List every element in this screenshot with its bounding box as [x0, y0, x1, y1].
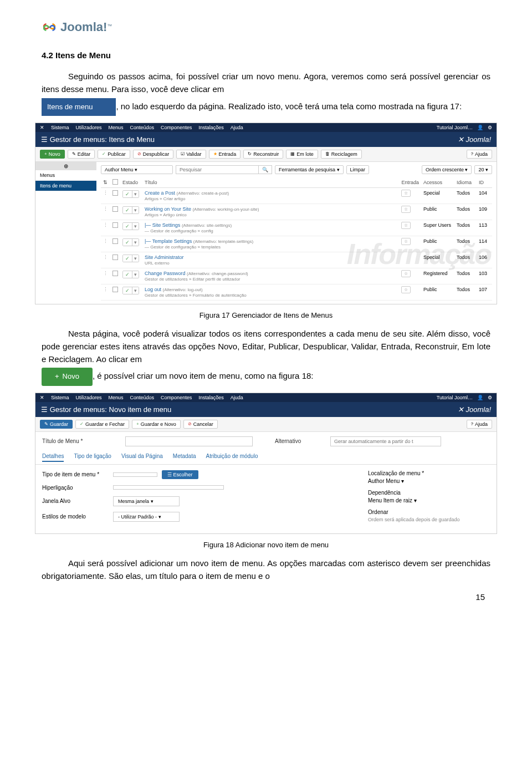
- item-title-link[interactable]: Working on Your Site: [145, 206, 191, 212]
- item-title-link[interactable]: Change Password: [145, 271, 186, 276]
- menu-filter-select[interactable]: Author Menu ▾: [101, 165, 173, 174]
- sidebar-item-menus[interactable]: Menus: [35, 170, 96, 181]
- item-title-link[interactable]: |— Template Settings: [145, 238, 192, 244]
- estilo-select[interactable]: - Utilizar Padrão - ▾: [113, 512, 180, 522]
- tab-tipo-ligacao[interactable]: Tipo de ligação: [74, 453, 111, 462]
- titulo-input[interactable]: [125, 436, 253, 446]
- tools-button[interactable]: Ferramentas de pesquisa ▾: [275, 165, 344, 174]
- state-button[interactable]: ✓▾: [122, 238, 139, 246]
- drag-handle[interactable]: ⋮: [101, 252, 110, 268]
- state-button[interactable]: ✓▾: [122, 190, 139, 198]
- row-checkbox[interactable]: [112, 271, 118, 276]
- checkall[interactable]: [112, 179, 118, 185]
- tab-metadata[interactable]: Metadata: [173, 453, 196, 462]
- star-button[interactable]: ☆: [401, 206, 411, 213]
- star-button[interactable]: ☆: [401, 190, 411, 197]
- reconstruir-button[interactable]: ↻Reconstruir: [243, 150, 283, 159]
- menu-sistema[interactable]: Sistema: [51, 395, 69, 400]
- guardar-button[interactable]: ✎Guardar: [40, 420, 73, 429]
- tab-atrib-modulo[interactable]: Atribuição de módulo: [206, 453, 258, 462]
- menu-conteudos[interactable]: Conteúdos: [130, 125, 155, 130]
- row-checkbox[interactable]: [112, 190, 118, 196]
- row-checkbox[interactable]: [112, 238, 118, 244]
- col-acessos[interactable]: Acessos: [421, 177, 454, 188]
- hiperligacao-input[interactable]: [113, 485, 224, 490]
- drag-handle[interactable]: ⋮: [101, 284, 110, 300]
- menu-componentes[interactable]: Componentes: [161, 125, 192, 130]
- gear-icon[interactable]: ⚙: [488, 395, 492, 400]
- menu-ajuda[interactable]: Ajuda: [231, 125, 243, 130]
- alternativo-input[interactable]: [330, 436, 441, 446]
- guardar-fechar-button[interactable]: ✓Guardar e Fechar: [75, 420, 129, 429]
- menu-menus[interactable]: Menus: [109, 125, 124, 130]
- guardar-novo-button[interactable]: +Guardar e Novo: [132, 420, 181, 429]
- menu-utilizadores[interactable]: Utilizadores: [76, 125, 102, 130]
- emlote-button[interactable]: ▦Em lote: [286, 150, 318, 159]
- entrada-button[interactable]: ★Entrada: [209, 150, 241, 159]
- col-estado[interactable]: Estado: [120, 177, 142, 188]
- star-button[interactable]: ☆: [401, 222, 411, 229]
- drag-handle[interactable]: ⋮: [101, 236, 110, 252]
- tab-visual[interactable]: Visual da Página: [121, 453, 163, 462]
- user-icon[interactable]: 👤: [477, 125, 483, 130]
- novo-button-inline[interactable]: +Novo: [42, 368, 93, 385]
- row-checkbox[interactable]: [112, 222, 118, 228]
- drag-handle[interactable]: ⋮: [101, 204, 110, 220]
- search-icon[interactable]: 🔍: [259, 165, 272, 174]
- state-button[interactable]: ✓▾: [122, 255, 139, 262]
- ajuda-button[interactable]: ?Ajuda: [467, 150, 492, 159]
- col-idioma[interactable]: Idioma: [454, 177, 477, 188]
- col-entrada[interactable]: Entrada: [399, 177, 421, 188]
- editar-button[interactable]: ✎Editar: [68, 150, 95, 159]
- menu-instalacoes[interactable]: Instalações: [198, 125, 224, 130]
- menu-utilizadores[interactable]: Utilizadores: [76, 395, 102, 400]
- gear-icon[interactable]: ⚙: [488, 125, 492, 130]
- order-select[interactable]: Ordem crescente ▾: [422, 165, 472, 174]
- sidebar-collapse[interactable]: ⊕: [35, 162, 96, 170]
- cancelar-button[interactable]: ⊘Cancelar: [183, 420, 218, 429]
- item-title-link[interactable]: Create a Post: [145, 190, 175, 196]
- star-button[interactable]: ☆: [401, 238, 411, 245]
- state-button[interactable]: ✓▾: [122, 206, 139, 214]
- search-input[interactable]: [176, 165, 259, 174]
- menu-ajuda[interactable]: Ajuda: [231, 395, 243, 400]
- star-button[interactable]: ☆: [401, 286, 411, 293]
- escolher-button[interactable]: ☰ Escolher: [162, 470, 198, 479]
- row-checkbox[interactable]: [112, 206, 118, 212]
- table-row: ⋮✓▾Change Password (Alternativo: change-…: [101, 268, 492, 284]
- itens-de-menu-button[interactable]: Itens de menu: [42, 98, 116, 116]
- state-button[interactable]: ✓▾: [122, 222, 139, 230]
- novo-button[interactable]: +Novo: [40, 150, 65, 159]
- row-checkbox[interactable]: [112, 255, 118, 260]
- localizacao-select[interactable]: Author Menu ▾: [368, 478, 490, 484]
- item-title-link[interactable]: Log out: [145, 287, 161, 292]
- janela-select[interactable]: Mesma janela ▾: [113, 496, 180, 506]
- drag-handle[interactable]: ⋮: [101, 268, 110, 284]
- drag-handle[interactable]: ⋮: [101, 220, 110, 236]
- tab-detalhes[interactable]: Detalhes: [42, 453, 64, 462]
- publicar-button[interactable]: ✓Publicar: [98, 150, 130, 159]
- menu-sistema[interactable]: Sistema: [51, 125, 69, 130]
- limpar-button[interactable]: Limpar: [346, 165, 370, 174]
- sidebar-item-itens-menu[interactable]: Itens de menu: [35, 181, 96, 191]
- col-titulo[interactable]: Título: [142, 177, 399, 188]
- row-checkbox[interactable]: [112, 287, 118, 292]
- perpage-select[interactable]: 20 ▾: [474, 165, 492, 174]
- state-button[interactable]: ✓▾: [122, 271, 139, 278]
- item-title-link[interactable]: |— Site Settings: [145, 222, 180, 228]
- menu-conteudos[interactable]: Conteúdos: [130, 395, 155, 400]
- despublicar-button[interactable]: ⊘Despublicar: [133, 150, 174, 159]
- reciclagem-button[interactable]: 🗑Reciclagem: [321, 150, 362, 159]
- drag-handle[interactable]: ⋮: [101, 187, 110, 204]
- menu-menus[interactable]: Menus: [109, 395, 124, 400]
- menu-instalacoes[interactable]: Instalações: [198, 395, 224, 400]
- col-id[interactable]: ID: [477, 177, 492, 188]
- dependencia-select[interactable]: Menu Item de raiz ▾: [368, 497, 490, 503]
- item-title-link[interactable]: Site Administrator: [145, 255, 184, 260]
- validar-button[interactable]: ☑Validar: [176, 150, 206, 159]
- state-button[interactable]: ✓▾: [122, 287, 139, 294]
- user-icon[interactable]: 👤: [477, 395, 483, 400]
- star-button[interactable]: ☆: [401, 270, 411, 277]
- ajuda-button[interactable]: ?Ajuda: [467, 420, 492, 429]
- menu-componentes[interactable]: Componentes: [161, 395, 192, 400]
